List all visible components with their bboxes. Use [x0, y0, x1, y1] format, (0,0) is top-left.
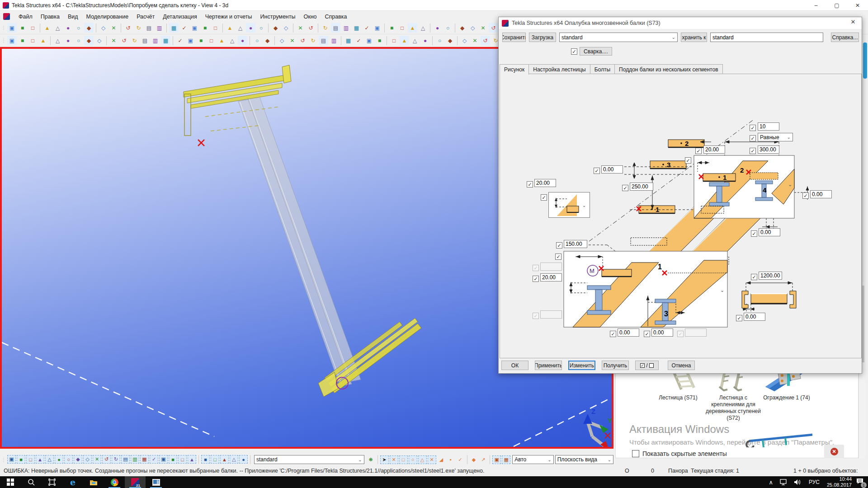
toolbar-icon[interactable]: □ — [207, 36, 216, 45]
search-button[interactable] — [21, 476, 42, 488]
mid-offset-checkbox[interactable]: ✓ — [751, 230, 757, 237]
selection-filter-icon[interactable]: ↻ — [112, 455, 120, 464]
toolbar-icon[interactable]: ↺ — [123, 23, 133, 33]
tread-depth-checkbox[interactable]: ✓ — [556, 242, 562, 249]
toolbar-icon[interactable]: △ — [236, 23, 245, 33]
end-offset-field[interactable] — [810, 190, 832, 198]
toolbar-icon[interactable]: ▦ — [352, 23, 361, 33]
snap-icon-1[interactable]: ◆ — [470, 455, 478, 464]
selection-filter-icon[interactable]: ▣ — [159, 455, 168, 464]
toolbar-icon[interactable]: ▦ — [161, 36, 170, 45]
ok-button[interactable]: ОК — [501, 361, 528, 370]
toolbar-icon[interactable]: ○ — [252, 36, 262, 45]
menu-8[interactable]: Окно — [299, 12, 321, 21]
toolbar-icon[interactable]: ■ — [375, 36, 384, 45]
selection-filter-icon[interactable]: ▲ — [36, 455, 44, 464]
toolbar-icon[interactable]: ◆ — [84, 23, 94, 33]
toolbar-icon[interactable]: ▲ — [400, 36, 409, 45]
toolbar-icon[interactable]: ● — [433, 23, 442, 33]
selection-filter-combo[interactable]: standard⌄ — [254, 455, 364, 464]
plane-icon-1[interactable]: ▣ — [492, 455, 501, 464]
toolbar-icon[interactable]: ▦ — [169, 23, 179, 33]
toolbar-handle[interactable]: ⋮ — [1, 457, 5, 462]
toolbar-icon[interactable]: ■ — [196, 36, 206, 45]
selection-filter-icon[interactable]: △ — [45, 455, 54, 464]
toolbar-icon[interactable]: ✓ — [354, 36, 363, 45]
speaker-icon[interactable] — [794, 479, 802, 485]
toolbar-icon[interactable]: □ — [28, 36, 38, 45]
offset-b-checkbox[interactable]: ✓ — [610, 331, 616, 337]
riser-depth-checkbox[interactable]: ✓ — [622, 185, 628, 191]
cursor-icon[interactable]: ➤ — [380, 455, 389, 464]
snap-toggle-icon[interactable]: ○ — [409, 455, 417, 464]
get-button[interactable]: Получить — [602, 361, 629, 370]
toolbar-icon[interactable]: ◇ — [277, 36, 287, 45]
toolbar-icon[interactable]: ○ — [256, 23, 266, 33]
toolbar-icon[interactable]: ↻ — [308, 36, 318, 45]
toolbar-icon[interactable]: △ — [410, 36, 420, 45]
menu-3[interactable]: Моделирование — [82, 12, 133, 21]
selection-filter-icon[interactable]: □ — [26, 455, 35, 464]
file-explorer-button[interactable] — [83, 476, 104, 488]
chrome-button[interactable] — [104, 476, 125, 488]
toolbar-icon[interactable]: ▣ — [7, 36, 17, 45]
toolbar-icon[interactable]: △ — [227, 36, 237, 45]
selection-filter-icon[interactable]: ■ — [201, 455, 210, 464]
toolbar-icon[interactable]: ▲ — [38, 36, 48, 45]
toolbar-icon[interactable]: ◇ — [460, 36, 469, 45]
offset-b-field[interactable] — [618, 328, 639, 337]
toolbar-icon[interactable]: ▤ — [319, 36, 328, 45]
app-window-button[interactable] — [146, 476, 166, 488]
dialog-title-bar[interactable]: Tekla Structures x64 Опалубка многозвенн… — [499, 17, 862, 29]
save-as-button[interactable]: хранить к — [681, 33, 707, 42]
toolbar-icon[interactable]: ▦ — [344, 36, 353, 45]
toolbar-icon[interactable]: □ — [389, 36, 399, 45]
toolbar-icon[interactable]: ▣ — [364, 36, 374, 45]
toolbar-handle[interactable]: ⋮ — [1, 38, 5, 43]
network-icon[interactable] — [780, 479, 788, 485]
edge-browser-button[interactable]: e — [62, 476, 83, 488]
selection-filter-icon[interactable]: ↺ — [102, 455, 111, 464]
toolbar-icon[interactable]: ■ — [18, 23, 27, 33]
selection-filter-icon[interactable]: ● — [55, 455, 63, 464]
selection-filter-icon[interactable]: ▲ — [220, 455, 229, 464]
menu-0[interactable]: Файл — [14, 12, 37, 21]
toolbar-icon[interactable]: ◆ — [445, 36, 455, 45]
toolbar-icon[interactable]: ○ — [443, 23, 453, 33]
toolbar-icon[interactable]: ■ — [200, 23, 210, 33]
toolbar-icon[interactable]: ↺ — [306, 23, 316, 33]
thickness-b-field[interactable] — [540, 273, 562, 282]
tray-chevron-icon[interactable]: ∧ — [769, 479, 773, 486]
menu-6[interactable]: Чертежи и отчеты — [201, 12, 256, 21]
save-button[interactable]: Сохранить — [502, 33, 526, 42]
dialog-close-button[interactable]: ✕ — [846, 19, 860, 28]
snap-toggle-icon[interactable]: ✕ — [390, 455, 398, 464]
selection-filter-icon[interactable]: ■ — [17, 455, 25, 464]
start-button[interactable] — [0, 476, 21, 488]
snap-toggle-icon[interactable]: ✓ — [456, 455, 465, 464]
snap-mode-combo[interactable]: Авто⌄ — [512, 455, 554, 464]
toolbar-icon[interactable]: ○ — [74, 36, 83, 45]
weld-button[interactable]: Сварка.... — [580, 47, 612, 56]
riser-depth-field[interactable] — [630, 183, 653, 191]
minimize-button[interactable]: – — [806, 0, 826, 11]
toolbar-icon[interactable]: ↻ — [130, 36, 139, 45]
toolbar-icon[interactable]: ↺ — [298, 36, 307, 45]
selection-filter-icon[interactable]: ● — [239, 455, 248, 464]
toolbar-icon[interactable]: ✓ — [362, 23, 372, 33]
offset-c-field[interactable] — [651, 328, 673, 337]
toolbar-icon[interactable]: ◇ — [468, 23, 477, 33]
tab-bolts[interactable]: Болты — [590, 64, 615, 75]
thickness-b-checkbox[interactable]: ✓ — [533, 276, 539, 282]
toolbar-icon[interactable]: ▣ — [7, 23, 17, 33]
menu-4[interactable]: Расчёт — [132, 12, 159, 21]
selection-filter-icon[interactable]: △ — [230, 455, 238, 464]
plane-icon-2[interactable]: ▦ — [502, 455, 510, 464]
toolbar-icon[interactable]: ◆ — [458, 23, 467, 33]
toolbar-icon[interactable]: ↺ — [119, 36, 129, 45]
toolbar-icon[interactable]: ▲ — [225, 23, 235, 33]
snap-toggle-icon[interactable]: ▪ — [447, 455, 455, 464]
tab-picture[interactable]: Рисунок — [500, 64, 529, 75]
toolbar-icon[interactable]: ● — [63, 36, 73, 45]
selection-filter-icon[interactable]: ✓ — [150, 455, 158, 464]
